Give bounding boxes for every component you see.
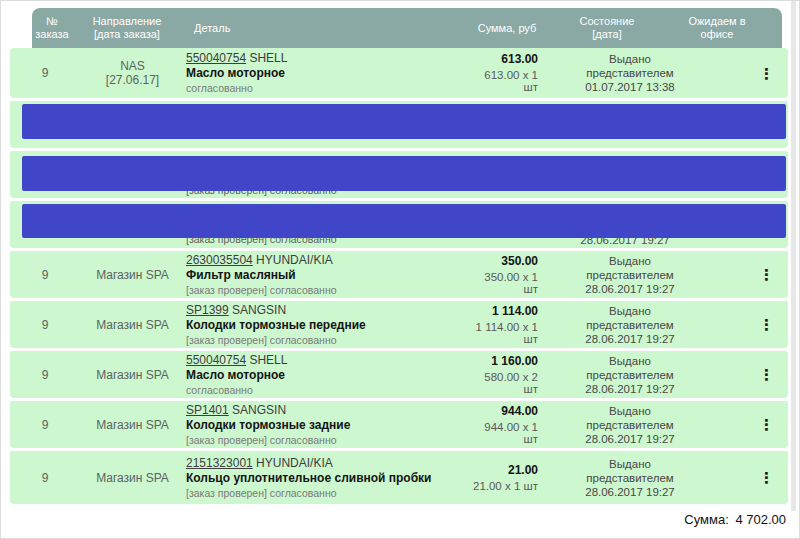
header-sum: Сумма, руб — [452, 8, 562, 48]
sum: 1 114.001 114.00 x 1 шт — [470, 301, 550, 348]
direction: Магазин SPA — [80, 251, 185, 298]
header-order-number: № заказа — [32, 8, 72, 48]
header-line: Состояние — [580, 15, 635, 28]
part: 550040754 SHELLМасло моторноесогласованн… — [185, 351, 470, 398]
table-row-selected[interactable]: [заказ проверен] согласованно — [10, 148, 788, 198]
part-status: согласованно — [186, 83, 253, 94]
row-menu: ⋮ — [710, 301, 788, 348]
part-name: Кольцо уплотнительное сливной пробки — [186, 472, 432, 485]
state: Выданопредставителем28.06.2017 19:27 — [550, 401, 710, 448]
kebab-menu-icon[interactable]: ⋮ — [759, 470, 774, 485]
direction-line: Магазин SPA — [96, 318, 169, 332]
part-title: SP1399 SANGSIN — [186, 304, 286, 317]
part: 2151323001 HYUNDAI/KIAКольцо уплотнитель… — [185, 451, 470, 504]
state-line: Выдано — [609, 254, 651, 268]
part-status: [заказ проверен] согласованно — [186, 335, 337, 346]
header-line: Сумма, руб — [478, 22, 537, 35]
order-number: 9 — [10, 351, 80, 398]
state: Выданопредставителем28.06.2017 19:27 — [550, 301, 710, 348]
part-title: 550040754 SHELL — [186, 354, 287, 367]
part-title: SP1401 SANGSIN — [186, 404, 286, 417]
part-code-link[interactable]: 2630035504 — [186, 253, 253, 267]
state: Выданопредставителем28.06.2017 19:27 — [550, 351, 710, 398]
part-code-link[interactable]: 550040754 — [186, 51, 246, 65]
part-code-link[interactable]: SP1399 — [186, 303, 229, 317]
order-number: 9 — [10, 48, 80, 98]
selection-overlay — [22, 204, 786, 238]
orders-table: № заказа Направление [дата заказа] Детал… — [10, 8, 788, 504]
direction: Магазин SPA — [80, 301, 185, 348]
direction-line: [27.06.17] — [106, 73, 159, 87]
header-part: Деталь — [182, 8, 452, 48]
header-line: Направление — [93, 15, 162, 28]
table-row-selected[interactable]: [заказ проверен] согласованно28.06.2017 … — [10, 198, 788, 248]
kebab-menu-icon[interactable]: ⋮ — [759, 66, 774, 81]
part: SP1401 SANGSINКолодки тормозные задние[з… — [185, 401, 470, 448]
table-row[interactable]: 9Магазин SPA550040754 SHELLМасло моторно… — [10, 348, 788, 398]
order-number: 9 — [10, 451, 80, 504]
part-title: 2151323001 HYUNDAI/KIA — [186, 457, 333, 470]
header-line: Ожидаем в — [688, 15, 745, 28]
row-menu: ⋮ — [710, 401, 788, 448]
part-title: 550040754 SHELL — [186, 52, 287, 65]
table-row-selected[interactable] — [10, 98, 788, 148]
part-name: Масло моторное — [186, 369, 285, 382]
table-row[interactable]: 9Магазин SPASP1401 SANGSINКолодки тормоз… — [10, 398, 788, 448]
order-number: 9 — [10, 401, 80, 448]
state-line: представителем — [586, 418, 673, 432]
header-line: [дата] — [592, 28, 621, 41]
sum-detail: 613.00 x 1 шт — [470, 69, 538, 93]
state-line: представителем — [586, 368, 673, 382]
table-row[interactable]: 9NAS[27.06.17]550040754 SHELLМасло мотор… — [10, 48, 788, 98]
state-line: Выдано — [609, 457, 651, 471]
header-line: [дата заказа] — [94, 28, 160, 41]
total-label: Сумма: — [681, 512, 728, 527]
sum-total: 1 160.00 — [491, 355, 538, 368]
part-name: Масло моторное — [186, 67, 285, 80]
direction-line: Магазин SPA — [96, 418, 169, 432]
header-line: Деталь — [194, 22, 230, 35]
table-body: 9NAS[27.06.17]550040754 SHELLМасло мотор… — [10, 48, 788, 504]
sum-detail: 944.00 x 1 шт — [470, 421, 538, 445]
part-status: согласованно — [186, 385, 253, 396]
header-line: заказа — [35, 28, 68, 41]
kebab-menu-icon[interactable]: ⋮ — [759, 267, 774, 282]
sum: 1 160.00580.00 x 2 шт — [470, 351, 550, 398]
part-status: [заказ проверен] согласованно — [186, 488, 337, 499]
table-row[interactable]: 9Магазин SPA2151323001 HYUNDAI/KIAКольцо… — [10, 448, 788, 504]
order-number: 9 — [10, 301, 80, 348]
part-code-link[interactable]: 2151323001 — [186, 456, 253, 470]
page-right-edge — [791, 0, 796, 511]
header-line: № — [46, 15, 58, 28]
state-line: представителем — [586, 268, 673, 282]
header-line: офисе — [701, 28, 734, 41]
part-code-link[interactable]: 550040754 — [186, 353, 246, 367]
state-line: представителем — [586, 66, 673, 80]
sum-total: 21.00 — [508, 464, 538, 477]
part-brand: SHELL — [249, 51, 287, 65]
sum: 944.00944.00 x 1 шт — [470, 401, 550, 448]
order-number: 9 — [10, 251, 80, 298]
direction: Магазин SPA — [80, 401, 185, 448]
kebab-menu-icon[interactable]: ⋮ — [759, 417, 774, 432]
kebab-menu-icon[interactable]: ⋮ — [759, 317, 774, 332]
part-name: Колодки тормозные задние — [186, 419, 350, 432]
part-code-link[interactable]: SP1401 — [186, 403, 229, 417]
part-status: [заказ проверен] согласованно — [186, 435, 337, 446]
header-state: Состояние [дата] — [562, 8, 652, 48]
sum-total: 350.00 — [501, 255, 538, 268]
part-name: Фильтр масляный — [186, 269, 296, 282]
part-brand: SANGSIN — [232, 303, 286, 317]
state: Выданопредставителем28.06.2017 19:27 — [550, 251, 710, 298]
part-brand: HYUNDAI/KIA — [256, 253, 333, 267]
kebab-menu-icon[interactable]: ⋮ — [759, 367, 774, 382]
table-row[interactable]: 9Магазин SPA2630035504 HYUNDAI/KIAФильтр… — [10, 248, 788, 298]
table-row[interactable]: 9Магазин SPASP1399 SANGSINКолодки тормоз… — [10, 298, 788, 348]
direction-line: NAS — [120, 59, 145, 73]
selection-overlay — [22, 104, 786, 139]
state-line: Выдано — [609, 52, 651, 66]
sum: 21.0021.00 x 1 шт — [470, 451, 550, 504]
part-brand: HYUNDAI/KIA — [256, 456, 333, 470]
sum: 613.00613.00 x 1 шт — [470, 48, 550, 98]
row-menu: ⋮ — [710, 351, 788, 398]
